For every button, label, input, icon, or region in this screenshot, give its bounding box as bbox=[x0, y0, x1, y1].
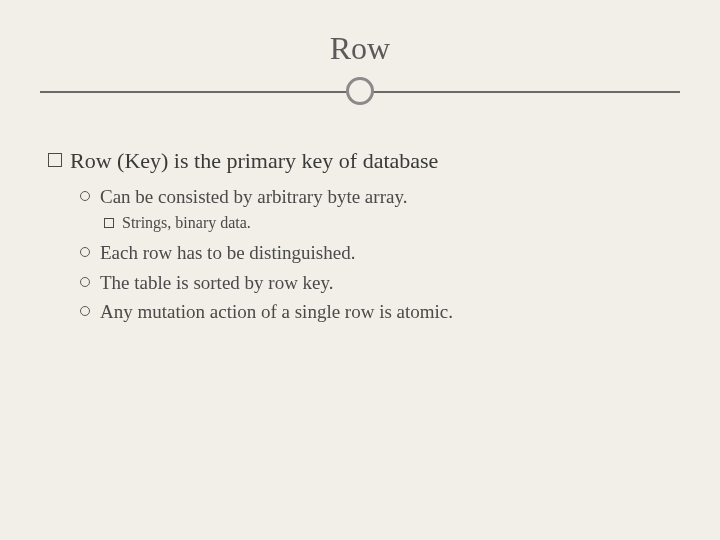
main-point-text: Row (Key) is the primary key of database bbox=[70, 147, 438, 176]
circle-bullet-icon bbox=[80, 191, 90, 201]
circle-bullet-icon bbox=[80, 247, 90, 257]
sub-point-text: Any mutation action of a single row is a… bbox=[100, 299, 453, 325]
sub-sub-list: Strings, binary data. bbox=[104, 213, 680, 234]
sub-sub-point-text: Strings, binary data. bbox=[122, 213, 251, 234]
bullet-level2: The table is sorted by row key. bbox=[80, 270, 680, 296]
sub-point-text: Can be consisted by arbitrary byte array… bbox=[100, 184, 407, 210]
square-bullet-icon bbox=[48, 153, 62, 167]
title-divider bbox=[40, 77, 680, 107]
sub-list: Can be consisted by arbitrary byte array… bbox=[80, 184, 680, 325]
content-area: Row (Key) is the primary key of database… bbox=[40, 147, 680, 325]
sub-point-text: The table is sorted by row key. bbox=[100, 270, 334, 296]
bullet-level2: Any mutation action of a single row is a… bbox=[80, 299, 680, 325]
slide: Row Row (Key) is the primary key of data… bbox=[0, 0, 720, 540]
sub-point-text: Each row has to be distinguished. bbox=[100, 240, 355, 266]
bullet-level2: Each row has to be distinguished. bbox=[80, 240, 680, 266]
bullet-level3: Strings, binary data. bbox=[104, 213, 680, 234]
title-area: Row bbox=[40, 30, 680, 107]
small-square-bullet-icon bbox=[104, 218, 114, 228]
slide-title: Row bbox=[40, 30, 680, 67]
bullet-level1: Row (Key) is the primary key of database bbox=[48, 147, 680, 176]
circle-bullet-icon bbox=[80, 277, 90, 287]
circle-bullet-icon bbox=[80, 306, 90, 316]
bullet-level2: Can be consisted by arbitrary byte array… bbox=[80, 184, 680, 210]
divider-circle-icon bbox=[346, 77, 374, 105]
